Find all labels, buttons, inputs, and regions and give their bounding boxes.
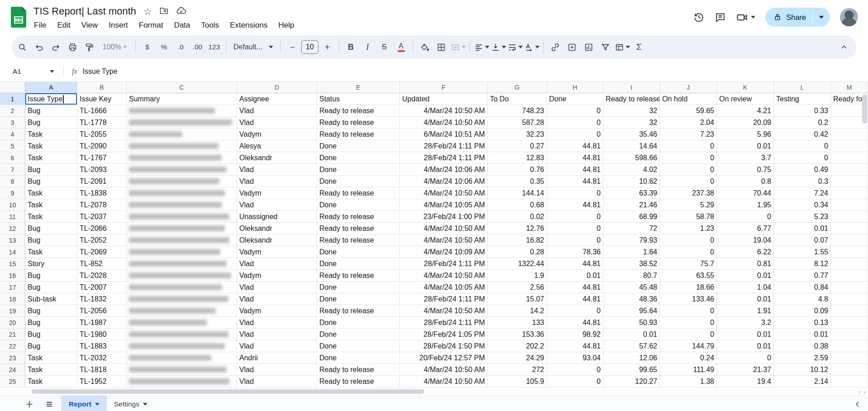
cell-C17[interactable] bbox=[127, 282, 237, 293]
cell-K11[interactable]: 0 bbox=[717, 211, 774, 223]
merge-cells-button[interactable] bbox=[450, 39, 466, 55]
cell-E21[interactable]: Done bbox=[317, 329, 400, 340]
cell-L5[interactable]: 0 bbox=[774, 140, 831, 152]
cell-J15[interactable]: 75.7 bbox=[660, 258, 717, 270]
cell-M17[interactable] bbox=[831, 282, 868, 293]
cell-B8[interactable]: TL-2091 bbox=[77, 176, 127, 187]
zoom-select[interactable]: 100% bbox=[98, 39, 132, 55]
cell-H4[interactable]: 0 bbox=[547, 129, 603, 140]
cell-E11[interactable]: Ready to release bbox=[317, 211, 400, 223]
cell-B2[interactable]: TL-1666 bbox=[77, 105, 127, 117]
row-number-16[interactable]: 16 bbox=[0, 270, 25, 282]
cell-M10[interactable] bbox=[831, 199, 868, 211]
cell-D18[interactable]: Vlad bbox=[237, 293, 317, 305]
cell-G22[interactable]: 202.2 bbox=[488, 340, 547, 352]
insert-comment-button[interactable] bbox=[564, 39, 580, 55]
cell-D19[interactable]: Vadym bbox=[237, 305, 317, 317]
cell-M21[interactable] bbox=[831, 329, 868, 340]
cell-G6[interactable]: 12.83 bbox=[488, 152, 547, 164]
search-icon[interactable] bbox=[14, 39, 30, 55]
cell-J16[interactable]: 63.55 bbox=[660, 270, 717, 282]
cell-A17[interactable]: Bug bbox=[25, 282, 77, 293]
cell-D7[interactable]: Vlad bbox=[237, 164, 317, 176]
cell-L18[interactable]: 4.8 bbox=[774, 293, 831, 305]
cell-D11[interactable]: Unassigned bbox=[237, 211, 317, 223]
cell-B18[interactable]: TL-1832 bbox=[77, 293, 127, 305]
cell-A10[interactable]: Task bbox=[25, 199, 77, 211]
cell-M18[interactable] bbox=[831, 293, 868, 305]
row-number-1[interactable]: 1 bbox=[0, 93, 25, 105]
cell-C18[interactable] bbox=[127, 293, 237, 305]
cell-C6[interactable] bbox=[127, 152, 237, 164]
cell-J11[interactable]: 58.78 bbox=[660, 211, 717, 223]
font-select[interactable]: Default... bbox=[230, 39, 277, 55]
cell-M16[interactable] bbox=[831, 270, 868, 282]
cell-M15[interactable] bbox=[831, 258, 868, 270]
cell-E17[interactable]: Done bbox=[317, 282, 400, 293]
italic-button[interactable]: I bbox=[360, 39, 375, 55]
cell-F23[interactable]: 20/Feb/24 12:57 PM bbox=[400, 352, 488, 364]
cell-M20[interactable] bbox=[831, 317, 868, 329]
cell-K24[interactable]: 21.37 bbox=[717, 364, 774, 376]
vertical-align-button[interactable] bbox=[490, 39, 506, 55]
cell-I1[interactable]: Ready to release bbox=[603, 93, 660, 105]
cell-L9[interactable]: 7.24 bbox=[774, 187, 831, 199]
menu-item-help[interactable]: Help bbox=[274, 19, 298, 31]
format-currency-button[interactable]: $ bbox=[139, 39, 155, 55]
cell-G20[interactable]: 133 bbox=[488, 317, 547, 329]
table-views-button[interactable] bbox=[614, 39, 630, 55]
cell-G12[interactable]: 12.76 bbox=[488, 223, 547, 234]
bold-button[interactable]: B bbox=[343, 39, 359, 55]
collapse-side-panel-icon[interactable] bbox=[854, 400, 862, 408]
cell-B14[interactable]: TL-2069 bbox=[77, 246, 127, 258]
column-header-G[interactable]: G bbox=[488, 82, 547, 93]
cell-E3[interactable]: Ready to release bbox=[317, 117, 400, 129]
cell-H25[interactable]: 0 bbox=[547, 376, 603, 387]
cell-D12[interactable]: Oleksandr bbox=[237, 223, 317, 234]
cell-K22[interactable]: 0.01 bbox=[717, 340, 774, 352]
cell-C14[interactable] bbox=[127, 246, 237, 258]
cell-C25[interactable] bbox=[127, 376, 237, 387]
cell-M22[interactable] bbox=[831, 340, 868, 352]
cell-B3[interactable]: TL-1778 bbox=[77, 117, 127, 129]
row-number-21[interactable]: 21 bbox=[0, 329, 25, 340]
cell-C8[interactable] bbox=[127, 176, 237, 187]
cell-I17[interactable]: 45.48 bbox=[603, 282, 660, 293]
merge-dropdown-caret[interactable] bbox=[461, 46, 466, 48]
cell-C19[interactable] bbox=[127, 305, 237, 317]
cell-B5[interactable]: TL-2090 bbox=[77, 140, 127, 152]
row-number-11[interactable]: 11 bbox=[0, 211, 25, 223]
cell-F8[interactable]: 4/Mar/24 10:06 AM bbox=[400, 176, 488, 187]
cell-A15[interactable]: Story bbox=[25, 258, 77, 270]
all-sheets-button[interactable] bbox=[42, 397, 57, 411]
cell-G4[interactable]: 32.23 bbox=[488, 129, 547, 140]
scroll-left-icon[interactable]: ‹ bbox=[859, 388, 860, 395]
cell-E9[interactable]: Ready to release bbox=[317, 187, 400, 199]
row-number-4[interactable]: 4 bbox=[0, 129, 25, 140]
cell-G13[interactable]: 16.82 bbox=[488, 234, 547, 246]
cell-C15[interactable] bbox=[127, 258, 237, 270]
cell-A3[interactable]: Bug bbox=[25, 117, 77, 129]
cell-L12[interactable]: 0.01 bbox=[774, 223, 831, 234]
sheet-tab-menu-caret[interactable] bbox=[95, 403, 100, 406]
meet-camera-group[interactable] bbox=[736, 11, 755, 24]
row-number-15[interactable]: 15 bbox=[0, 258, 25, 270]
row-number-9[interactable]: 9 bbox=[0, 187, 25, 199]
cell-H13[interactable]: 0 bbox=[547, 234, 603, 246]
cell-M13[interactable] bbox=[831, 234, 868, 246]
cell-F7[interactable]: 4/Mar/24 10:06 AM bbox=[400, 164, 488, 176]
column-header-H[interactable]: H bbox=[547, 82, 603, 93]
cell-K21[interactable]: 0.01 bbox=[717, 329, 774, 340]
cell-M14[interactable] bbox=[831, 246, 868, 258]
cell-D22[interactable]: Vlad bbox=[237, 340, 317, 352]
cell-K13[interactable]: 19.04 bbox=[717, 234, 774, 246]
cell-M8[interactable] bbox=[831, 176, 868, 187]
menu-item-file[interactable]: File bbox=[30, 19, 50, 31]
cell-E15[interactable]: Done bbox=[317, 258, 400, 270]
cell-E12[interactable]: Ready to release bbox=[317, 223, 400, 234]
cell-M24[interactable] bbox=[831, 364, 868, 376]
cell-K6[interactable]: 3.7 bbox=[717, 152, 774, 164]
cell-A5[interactable]: Task bbox=[25, 140, 77, 152]
cell-F22[interactable]: 28/Feb/24 1:50 PM bbox=[400, 340, 488, 352]
cell-B21[interactable]: TL-1980 bbox=[77, 329, 127, 340]
